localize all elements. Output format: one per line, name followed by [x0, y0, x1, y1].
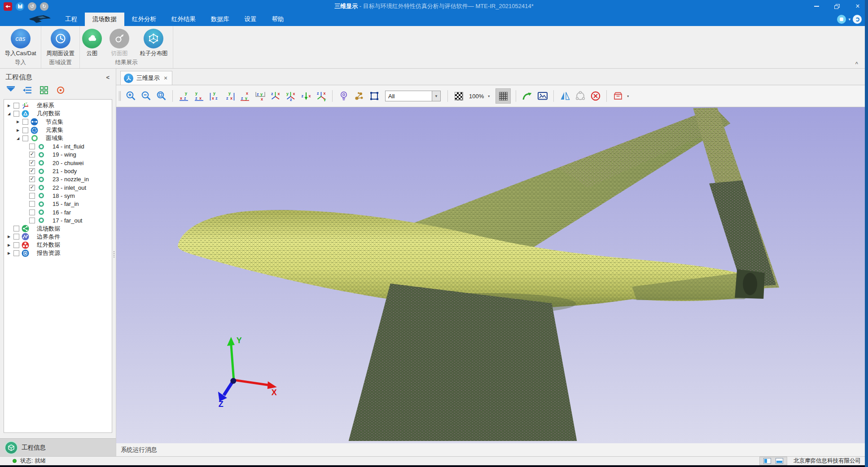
- checkbox[interactable]: [13, 111, 19, 117]
- combo-dropdown-icon[interactable]: ▼: [432, 91, 440, 101]
- surface-filter-combobox[interactable]: All ▼: [385, 91, 441, 101]
- view-iso-4-button[interactable]: zxy: [315, 90, 327, 102]
- checkbox[interactable]: [22, 135, 28, 141]
- periodic-surface-settings-button[interactable]: 周期面设置: [42, 28, 79, 57]
- tree-item-chuiwei[interactable]: 20 - chuiwei: [4, 159, 112, 167]
- panel-collapse-icon[interactable]: <: [106, 74, 110, 81]
- menu-item-infrared-results[interactable]: 红外结果: [164, 13, 203, 26]
- tree-item-inlet-out[interactable]: 22 - inlet_out: [4, 183, 112, 192]
- checkbox[interactable]: [29, 209, 35, 215]
- selection-box-button[interactable]: [368, 90, 380, 102]
- expander-icon[interactable]: [16, 128, 22, 132]
- view-back-button[interactable]: yzx: [193, 90, 205, 102]
- expander-icon[interactable]: [16, 136, 22, 140]
- checkbox[interactable]: [29, 193, 35, 199]
- expander-icon[interactable]: [7, 104, 13, 108]
- contour-plot-button[interactable]: 云图: [81, 28, 103, 57]
- save-button[interactable]: [16, 2, 24, 11]
- checkbox[interactable]: [13, 234, 19, 240]
- checkbox[interactable]: [13, 242, 19, 248]
- export-button[interactable]: [521, 90, 533, 102]
- view-iso-1-button[interactable]: zx: [269, 90, 281, 102]
- zoom-fit-button[interactable]: [155, 90, 167, 102]
- view-iso-3-button[interactable]: zx: [300, 90, 312, 102]
- import-cas-dat-button[interactable]: cas 导入Cas/Dat: [1, 28, 40, 57]
- tree-item-body[interactable]: 21 - body: [4, 167, 112, 175]
- tree-item-far-in[interactable]: 15 - far_in: [4, 200, 112, 208]
- filter-icon[interactable]: [5, 85, 16, 96]
- expander-icon[interactable]: [7, 243, 13, 247]
- opacity-checker-icon[interactable]: [453, 90, 465, 102]
- mirror-button[interactable]: [559, 90, 571, 102]
- tab-3d-display[interactable]: 三维显示 ×: [120, 71, 172, 85]
- maximize-button[interactable]: [827, 0, 847, 13]
- target-icon[interactable]: [55, 85, 66, 96]
- expander-icon[interactable]: [7, 112, 13, 116]
- checkbox[interactable]: [29, 152, 35, 157]
- checkbox[interactable]: [29, 176, 35, 182]
- tree-item-far[interactable]: 16 - far: [4, 208, 112, 216]
- opacity-caret-icon[interactable]: ▾: [488, 94, 490, 98]
- checkbox[interactable]: [13, 226, 19, 231]
- expander-icon[interactable]: [7, 251, 13, 255]
- redo-button[interactable]: ↻: [40, 2, 48, 11]
- toolbox-caret-icon[interactable]: ▾: [627, 94, 629, 98]
- tree-item-report-resources[interactable]: 报告资源: [4, 249, 112, 257]
- layout-bottom-panel-icon[interactable]: [776, 458, 783, 464]
- checkbox[interactable]: [29, 185, 35, 191]
- menu-item-flow-field-data[interactable]: 流场数据: [85, 13, 124, 26]
- tree-item-flow-field-data[interactable]: 流场数据: [4, 224, 112, 232]
- tree-item-element-set[interactable]: 元素集: [4, 126, 112, 134]
- menu-item-engineering[interactable]: 工程: [57, 13, 85, 26]
- checkbox[interactable]: [29, 144, 35, 149]
- mesh-toggle-button[interactable]: [495, 88, 511, 104]
- tree-item-sym[interactable]: 18 - sym: [4, 192, 112, 200]
- tree-item-int-fluid[interactable]: 14 - int_fluid: [4, 142, 112, 150]
- tree-item-coordinate-system[interactable]: Yxz坐标系: [4, 101, 112, 109]
- grid-view-icon[interactable]: [39, 85, 49, 96]
- probe-lamp-button[interactable]: [338, 90, 350, 102]
- tab-close-icon[interactable]: ×: [163, 74, 167, 82]
- tree-item-infrared-data[interactable]: 红外数据: [4, 241, 112, 249]
- menu-item-settings[interactable]: 设置: [237, 13, 264, 26]
- checkbox[interactable]: [22, 127, 28, 133]
- theme-icon[interactable]: [853, 15, 862, 24]
- snapshot-button[interactable]: [536, 90, 548, 102]
- expander-icon[interactable]: [16, 120, 22, 124]
- checkbox[interactable]: [13, 250, 19, 256]
- view-bottom-button[interactable]: zyx: [254, 90, 266, 102]
- project-panel-bottom-tab[interactable]: 工程信息: [0, 438, 116, 456]
- app-icon[interactable]: [4, 2, 12, 11]
- particle-distribution-button[interactable]: 粒子分布图: [136, 28, 172, 57]
- zoom-out-button[interactable]: [140, 90, 152, 102]
- view-front-button[interactable]: yxz: [178, 90, 190, 102]
- viewport-3d[interactable]: Y X Z: [116, 107, 868, 443]
- ribbon-collapse-icon[interactable]: ^: [855, 61, 858, 66]
- checkbox[interactable]: [29, 218, 35, 223]
- style-switch-icon[interactable]: [837, 15, 846, 24]
- tree-item-nozzle-in[interactable]: 23 - nozzle_in: [4, 175, 112, 183]
- molecule-button[interactable]: [353, 90, 365, 102]
- view-iso-2-button[interactable]: yxz: [285, 90, 297, 102]
- expander-icon[interactable]: [7, 235, 13, 239]
- opacity-value[interactable]: 100%: [469, 93, 484, 100]
- tree-item-node-set[interactable]: 节点集: [4, 118, 112, 126]
- tree-item-wing[interactable]: 19 - wing: [4, 151, 112, 159]
- tree-item-geometry-data[interactable]: 几何数据: [4, 109, 112, 118]
- menu-item-infrared-analysis[interactable]: 红外分析: [124, 13, 164, 26]
- tree-item-far-out[interactable]: 17 - far_out: [4, 216, 112, 224]
- tree-item-boundary-conditions[interactable]: 边界条件: [4, 233, 112, 241]
- outline-list-icon[interactable]: [22, 85, 33, 96]
- checkbox[interactable]: [29, 160, 35, 166]
- minimize-button[interactable]: [806, 0, 827, 13]
- cancel-button[interactable]: [589, 90, 601, 102]
- zoom-in-button[interactable]: [125, 90, 137, 102]
- view-top-button[interactable]: xzy: [239, 90, 251, 102]
- checkbox[interactable]: [22, 119, 28, 125]
- style-caret-icon[interactable]: ▾: [848, 17, 850, 22]
- menu-item-help[interactable]: 帮助: [264, 13, 292, 26]
- toolbox-button[interactable]: [612, 90, 624, 102]
- layout-left-panel-icon[interactable]: [763, 458, 771, 464]
- view-right-button[interactable]: yzx: [224, 90, 236, 102]
- checkbox[interactable]: [13, 103, 19, 109]
